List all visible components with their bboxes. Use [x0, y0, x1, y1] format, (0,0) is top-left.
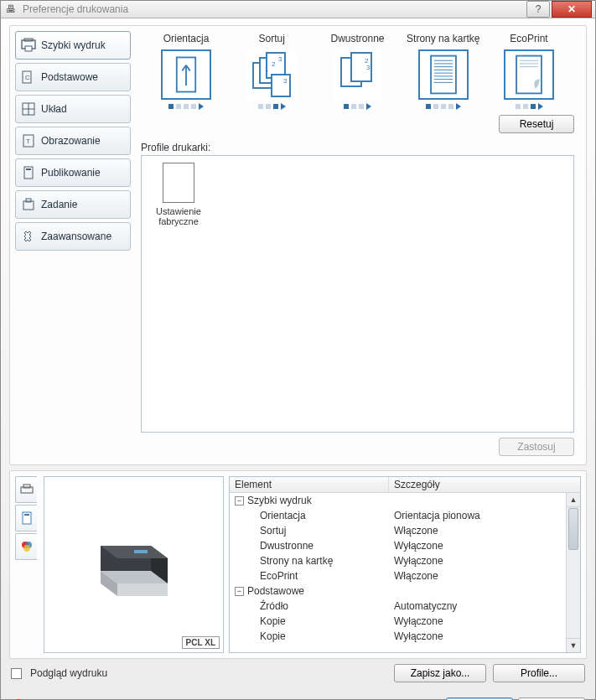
tree-item[interactable]: Kopie Wyłączone [230, 629, 580, 644]
close-button[interactable]: ✕ [552, 1, 592, 18]
profiles-label: Profile drukarki: [141, 142, 574, 153]
tree-item[interactable]: Sortuj Włączone [230, 523, 580, 538]
item-value: Wyłączone [389, 629, 580, 644]
option-ticks [403, 103, 484, 110]
item-label: Kopie [230, 614, 389, 629]
profiles-button[interactable]: Profile... [493, 664, 585, 682]
layout-icon [21, 101, 36, 117]
quick-print-icon [21, 38, 36, 53]
render-mode-badge: PCL XL [182, 636, 220, 649]
collapse-icon[interactable]: − [235, 587, 244, 596]
scroll-up-icon[interactable]: ▲ [567, 493, 580, 507]
tree-item[interactable]: Strony na kartkę Wyłączone [230, 553, 580, 568]
group-label: Szybki wydruk [247, 495, 312, 506]
svg-point-46 [23, 545, 30, 552]
svg-text:1: 1 [265, 65, 269, 73]
svg-marker-52 [117, 583, 168, 596]
item-label: Dwustronne [230, 538, 389, 553]
item-label: Źródło [230, 599, 389, 614]
column-element[interactable]: Element [230, 477, 389, 492]
sidebar-item-label: Obrazowanie [41, 135, 101, 147]
option-label: Strony na kartkę [403, 33, 484, 44]
sidebar-item-label: Zaawansowane [41, 231, 111, 242]
tab-publishing[interactable]: Publikowanie [15, 158, 131, 187]
details-header: Element Szczegóły [229, 476, 581, 493]
preview-tab-printer[interactable] [15, 476, 37, 503]
svg-text:C: C [25, 74, 30, 81]
preview-tabs [15, 476, 39, 653]
tab-layout[interactable]: Układ [15, 95, 131, 123]
option-collate[interactable]: Sortuj 3 2 1 3 [231, 33, 312, 110]
below-lower-row: Podgląd wydruku Zapisz jako... Profile..… [9, 659, 587, 682]
option-label: Sortuj [231, 33, 312, 44]
save-as-button[interactable]: Zapisz jako... [394, 664, 486, 682]
advanced-icon [21, 229, 36, 244]
option-ecoprint[interactable]: EcoPrint [489, 33, 569, 110]
svg-rect-21 [272, 75, 290, 96]
group-label: Podstawowe [247, 585, 304, 597]
tree-item[interactable]: Kopie Wyłączone [230, 614, 580, 629]
item-value: Włączone [389, 568, 580, 583]
publishing-icon [21, 165, 36, 180]
option-duplex[interactable]: Dwustronne 2 3 [318, 33, 398, 110]
printer-image [84, 525, 184, 604]
item-value: Wyłączone [389, 538, 580, 553]
scroll-thumb[interactable] [568, 508, 578, 550]
tree-item[interactable]: EcoPrint Włączone [230, 568, 580, 583]
tab-quick-print[interactable]: Szybki wydruk [15, 31, 131, 60]
tree-group[interactable]: −Szybki wydruk [230, 493, 580, 508]
print-preview-checkbox[interactable] [11, 668, 22, 679]
sidebar-item-label: Podstawowe [41, 71, 98, 83]
preview-tab-page[interactable] [15, 505, 37, 531]
option-ticks [231, 103, 312, 110]
item-value: Wyłączone [389, 614, 580, 629]
details-body: ▲ ▼ −Szybki wydruk Orientacja Orientacja… [229, 493, 581, 653]
item-value: Orientacja pionowa [389, 508, 580, 523]
print-preferences-window: 🖶 Preferencje drukowania ? ✕ Szybki wydr… [0, 0, 596, 700]
option-pages-per-sheet[interactable]: Strony na kartkę [403, 33, 484, 110]
tab-advanced[interactable]: Zaawansowane [15, 222, 131, 251]
option-ticks [318, 103, 398, 110]
window-title: Preferencje drukowania [23, 3, 128, 15]
tab-job[interactable]: Zadanie [15, 190, 131, 219]
preview-pane: PCL XL [44, 476, 224, 653]
svg-rect-27 [431, 56, 456, 94]
profiles-box: Ustawienie fabryczne [141, 155, 574, 433]
svg-rect-2 [25, 46, 32, 51]
details-pane: Element Szczegóły ▲ ▼ −Szybki wydruk Ori… [229, 476, 581, 653]
collate-icon: 3 2 1 3 [246, 49, 297, 100]
scroll-down-icon[interactable]: ▼ [567, 638, 580, 652]
tab-basic[interactable]: C Podstawowe [15, 63, 131, 91]
tab-imaging[interactable]: T Obrazowanie [15, 127, 131, 155]
preview-tab-color[interactable] [15, 533, 37, 560]
sidebar-item-label: Publikowanie [41, 167, 101, 179]
tree-item[interactable]: Orientacja Orientacja pionowa [230, 508, 580, 523]
item-value: Automatyczny [389, 599, 580, 614]
tree-item[interactable]: Źródło Automatyczny [230, 599, 580, 614]
option-label: EcoPrint [489, 33, 569, 44]
svg-rect-43 [24, 514, 29, 516]
tree-group[interactable]: −Podstawowe [230, 583, 580, 599]
profile-item-factory[interactable]: Ustawienie fabryczne [148, 163, 209, 226]
main-panel: Orientacja Sortuj [132, 29, 583, 461]
svg-rect-11 [26, 169, 31, 170]
option-orientation[interactable]: Orientacja [146, 33, 226, 110]
item-label: Strony na kartkę [230, 553, 389, 568]
pages-per-sheet-icon [418, 49, 469, 100]
upper-panel: Szybki wydruk C Podstawowe Układ T [9, 25, 587, 465]
scrollbar[interactable]: ▲ ▼ [566, 493, 580, 652]
sidebar-item-label: Układ [41, 103, 67, 115]
job-icon [21, 197, 36, 212]
column-details[interactable]: Szczegóły [389, 477, 580, 492]
tree-item[interactable]: Dwustronne Wyłączone [230, 538, 580, 553]
sidebar-item-label: Szybki wydruk [41, 39, 106, 51]
duplex-icon: 2 3 [333, 49, 383, 100]
collapse-icon[interactable]: − [235, 496, 244, 506]
item-label: Kopie [230, 629, 389, 644]
reset-button[interactable]: Resetuj [499, 115, 574, 133]
print-preview-label: Podgląd wydruku [30, 667, 107, 679]
svg-text:T: T [26, 137, 30, 145]
sidebar: Szybki wydruk C Podstawowe Układ T [13, 29, 132, 461]
help-button[interactable]: ? [526, 1, 550, 18]
profile-thumb-icon [163, 163, 194, 203]
